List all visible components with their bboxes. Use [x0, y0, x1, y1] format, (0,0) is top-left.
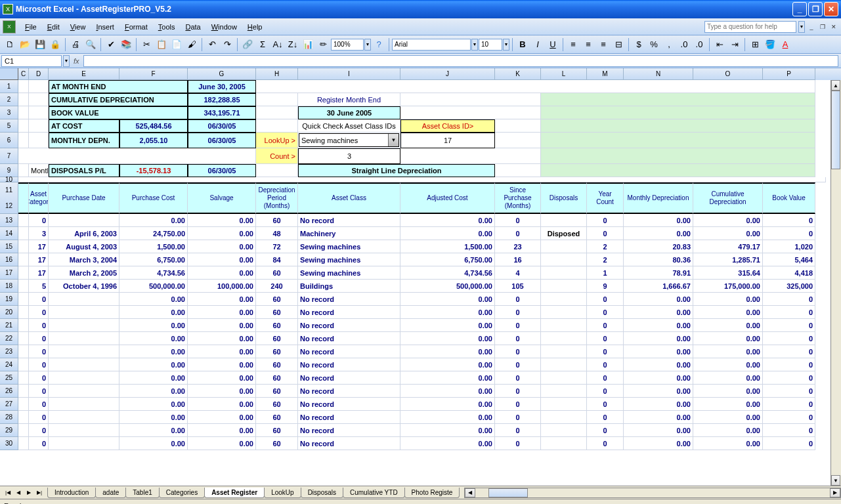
row-header-28[interactable]: 28 [0, 411, 18, 424]
row-header-19[interactable]: 19 [0, 293, 18, 306]
pale[interactable] [541, 164, 815, 177]
cell-salvage[interactable]: 0.00 [188, 358, 256, 371]
cell-period[interactable]: 60 [256, 293, 298, 306]
cell-disposals[interactable] [541, 319, 587, 332]
cell-cost[interactable]: 0.00 [119, 319, 188, 332]
cell-class[interactable]: No record [298, 398, 400, 411]
cell-period[interactable]: 60 [256, 332, 298, 345]
hyperlink-button[interactable]: 🔗 [240, 37, 255, 52]
research-button[interactable]: 📚 [119, 37, 133, 52]
cell[interactable] [256, 119, 298, 133]
italic-button[interactable]: I [530, 37, 545, 52]
cell-salvage[interactable]: 0.00 [188, 240, 256, 253]
cell-period[interactable]: 60 [256, 319, 298, 332]
bold-button[interactable]: B [515, 37, 530, 52]
cell-cdep[interactable]: 0.00 [693, 306, 763, 319]
cell-cost[interactable]: 6,750.00 [119, 253, 188, 266]
currency-button[interactable]: $ [632, 37, 646, 52]
cell-period[interactable]: 60 [256, 214, 298, 227]
row-header-21[interactable]: 21 [0, 319, 18, 332]
val-cum-depn[interactable]: 182,288.85 [188, 93, 256, 106]
row-header-5[interactable]: 5 [0, 119, 18, 133]
val-book-value[interactable]: 343,195.71 [188, 106, 256, 119]
help-button[interactable]: ? [372, 37, 386, 52]
row-header-11-12[interactable]: 1112 [0, 182, 18, 214]
cell-date[interactable]: August 4, 2003 [49, 240, 119, 253]
cell-year[interactable]: 0 [587, 371, 624, 385]
cell-class[interactable]: No record [298, 424, 400, 437]
cell-class[interactable]: No record [298, 411, 400, 424]
cell-since[interactable]: 0 [495, 293, 541, 306]
excel-file-icon[interactable]: X [3, 20, 16, 33]
cell-bv[interactable]: 0 [763, 345, 815, 358]
cell-class[interactable]: No record [298, 293, 400, 306]
cell-salvage[interactable]: 0.00 [188, 319, 256, 332]
cell-d1[interactable] [29, 80, 49, 93]
cell-bv[interactable]: 0 [763, 398, 815, 411]
col-header-C[interactable]: C [18, 68, 29, 80]
cell-cdep[interactable]: 479.17 [693, 240, 763, 253]
cell-year[interactable]: 0 [587, 358, 624, 371]
cell-period[interactable]: 60 [256, 437, 298, 450]
cell-class[interactable]: No record [298, 437, 400, 450]
row-header-10[interactable]: 10 [0, 177, 18, 182]
row-header-24[interactable]: 24 [0, 358, 18, 371]
mdi-restore-button[interactable]: ❐ [818, 22, 827, 32]
cell-bv[interactable]: 0 [763, 358, 815, 371]
cell-year[interactable]: 0 [587, 332, 624, 345]
cell-mdep[interactable]: 0.00 [624, 358, 693, 371]
cell-bv[interactable]: 0 [763, 214, 815, 227]
zoom-input[interactable] [331, 39, 364, 51]
spell-button[interactable]: ✔ [104, 37, 118, 52]
cell-cdep[interactable]: 0.00 [693, 424, 763, 437]
cell-mdep[interactable]: 0.00 [624, 306, 693, 319]
cell-date[interactable] [49, 398, 119, 411]
cell-adj[interactable]: 0.00 [400, 371, 495, 385]
cell-since[interactable]: 0 [495, 306, 541, 319]
cell-cdep[interactable]: 0.00 [693, 214, 763, 227]
cell-category[interactable]: 0 [29, 319, 49, 332]
cell-since[interactable]: 0 [495, 398, 541, 411]
cell-adj[interactable]: 500,000.00 [400, 280, 495, 293]
row-header-20[interactable]: 20 [0, 306, 18, 319]
cell-cost[interactable]: 0.00 [119, 293, 188, 306]
paste-button[interactable]: 📄 [169, 37, 184, 52]
name-dropdown-icon[interactable]: ▼ [63, 55, 70, 67]
drawing-button[interactable]: ✏ [316, 37, 330, 52]
cell-class[interactable]: Sewing machines [298, 240, 400, 253]
cell[interactable] [495, 119, 541, 133]
cell-category[interactable]: 0 [29, 345, 49, 358]
date-at-cost[interactable]: 06/30/05 [188, 119, 256, 133]
align-left-button[interactable]: ≡ [566, 37, 580, 52]
cell[interactable] [18, 240, 29, 253]
cell-since[interactable]: 23 [495, 240, 541, 253]
scroll-right-button[interactable]: ▶ [830, 488, 840, 497]
cell-category[interactable]: 0 [29, 293, 49, 306]
cell-date[interactable] [49, 332, 119, 345]
horizontal-scrollbar[interactable]: ◀ ▶ [464, 488, 841, 498]
table-header[interactable]: Since Purchase (Months) [495, 182, 541, 214]
cell-date[interactable] [49, 371, 119, 385]
sheet-tab-cumulative-ytd[interactable]: Cumulative YTD [343, 488, 405, 498]
merge-button[interactable]: ⊟ [611, 37, 626, 52]
help-dropdown-icon[interactable]: ▼ [798, 21, 805, 33]
cell-date[interactable] [49, 385, 119, 398]
cell-since[interactable]: 0 [495, 437, 541, 450]
cell-class[interactable]: Machinery [298, 227, 400, 240]
chevron-down-icon[interactable]: ▼ [388, 134, 399, 146]
table-header[interactable]: Salvage [188, 182, 256, 214]
cell-adj[interactable]: 0.00 [400, 306, 495, 319]
help-search-input[interactable] [704, 21, 796, 33]
cell-mdep[interactable]: 0.00 [624, 227, 693, 240]
cell-date[interactable] [49, 306, 119, 319]
cell-category[interactable]: 17 [29, 253, 49, 266]
cell[interactable] [256, 93, 298, 106]
cell-cost[interactable]: 0.00 [119, 371, 188, 385]
mdi-close-button[interactable]: ✕ [829, 22, 838, 32]
cell-category[interactable]: 0 [29, 214, 49, 227]
cell-mdep[interactable]: 0.00 [624, 332, 693, 345]
permission-button[interactable]: 🔒 [48, 37, 62, 52]
cell[interactable] [29, 93, 49, 106]
cell-period[interactable]: 60 [256, 371, 298, 385]
col-header-F[interactable]: F [119, 68, 188, 80]
